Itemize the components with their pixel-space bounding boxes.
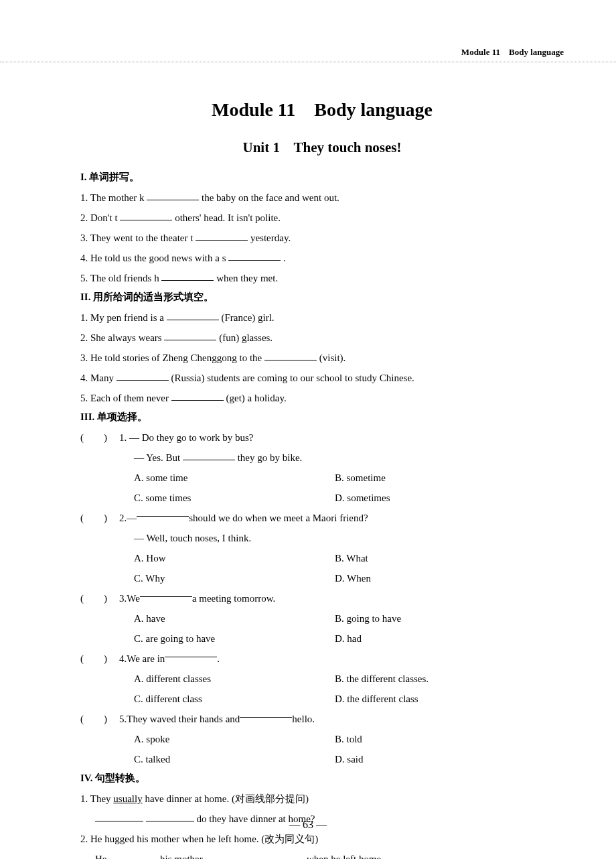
text-line: He hugged his mother when he left home. … bbox=[90, 834, 318, 844]
item-number: 1. bbox=[119, 427, 127, 448]
section-1-head: I. 单词拼写。 bbox=[80, 171, 564, 184]
answer-paren[interactable]: ( ) bbox=[80, 649, 119, 669]
option-b[interactable]: B. sometime bbox=[335, 468, 536, 488]
fill-blank[interactable] bbox=[165, 648, 217, 657]
fill-blank[interactable] bbox=[109, 852, 157, 859]
stem-post: they go by bike. bbox=[238, 452, 303, 463]
item-number: 2. bbox=[80, 332, 88, 343]
option-d[interactable]: D. When bbox=[335, 568, 536, 588]
fill-blank[interactable] bbox=[147, 191, 199, 200]
fill-blank[interactable] bbox=[183, 451, 235, 460]
fill-blank[interactable] bbox=[167, 311, 219, 320]
text-post: (Russia) students are coming to our scho… bbox=[171, 373, 414, 383]
fill-blank[interactable] bbox=[228, 251, 281, 261]
stem-line: — Well, touch noses, I think. bbox=[134, 533, 251, 543]
option-c[interactable]: C. some times bbox=[134, 488, 335, 508]
q2-3: 3. He told stories of Zheng Chenggong to… bbox=[80, 348, 564, 368]
stem-pre: We bbox=[127, 588, 140, 608]
text-post: . bbox=[283, 253, 286, 263]
item-number: 2. bbox=[119, 508, 127, 528]
fill-blank[interactable] bbox=[117, 371, 169, 381]
text-pre: She always wears bbox=[90, 332, 164, 343]
q1-2: 2. Don't t others' head. It isn't polite… bbox=[80, 208, 564, 228]
text-b: his mother bbox=[160, 854, 206, 859]
item-number: 3. bbox=[80, 233, 88, 243]
answer-paren[interactable]: ( ) bbox=[80, 508, 119, 528]
mc-5-opts-cd: C. talked D. said bbox=[80, 749, 564, 769]
q1-1: 1. The mother k the baby on the face and… bbox=[80, 188, 564, 208]
item-number: 1. bbox=[80, 192, 88, 203]
item-number: 1. bbox=[80, 312, 88, 323]
answer-paren[interactable]: ( ) bbox=[80, 709, 119, 729]
text-post: (visit). bbox=[319, 352, 346, 363]
fill-blank[interactable] bbox=[256, 852, 304, 859]
answer-paren[interactable]: ( ) bbox=[80, 427, 119, 448]
text-d: when he left home. bbox=[307, 854, 384, 859]
q1-3: 3. They went to the theater t yesterday. bbox=[80, 228, 564, 248]
stem-pre: They waved their hands and bbox=[127, 709, 240, 729]
item-number: 4. bbox=[80, 373, 88, 383]
option-c[interactable]: C. Why bbox=[134, 568, 335, 588]
mc-4-opts-ab: A. different classes B. the different cl… bbox=[80, 669, 564, 689]
page-number: — 63 — bbox=[0, 819, 616, 831]
mc-4: ( ) 4. We are in . bbox=[80, 649, 564, 669]
option-c[interactable]: C. different class bbox=[134, 689, 335, 709]
fill-blank[interactable] bbox=[171, 391, 224, 401]
option-a[interactable]: A. How bbox=[134, 548, 335, 568]
stem-pre: — Yes. But bbox=[134, 452, 183, 463]
text-pre: They went to the theater t bbox=[90, 233, 194, 243]
option-a[interactable]: A. different classes bbox=[134, 669, 335, 689]
mc-2-opts-cd: C. Why D. When bbox=[80, 568, 564, 588]
text-post: the baby on the face and went out. bbox=[202, 192, 339, 203]
mc-5-opts-ab: A. spoke B. told bbox=[80, 729, 564, 749]
mc-3: ( ) 3. We a meeting tomorrow. bbox=[80, 588, 564, 608]
item-number: 1. bbox=[80, 793, 88, 804]
text-pre: They bbox=[90, 793, 114, 804]
option-d[interactable]: D. said bbox=[335, 749, 536, 769]
fill-blank[interactable] bbox=[120, 211, 172, 220]
fill-blank[interactable] bbox=[137, 507, 189, 517]
mc-1-opts-cd: C. some times D. sometimes bbox=[80, 488, 564, 508]
item-number: 5. bbox=[80, 393, 88, 403]
section-2-head: II. 用所给词的适当形式填空。 bbox=[80, 291, 564, 304]
option-d[interactable]: D. sometimes bbox=[335, 488, 536, 508]
text-post: when they met. bbox=[216, 273, 278, 283]
answer-paren[interactable]: ( ) bbox=[80, 588, 119, 608]
fill-blank[interactable] bbox=[264, 351, 317, 360]
option-d[interactable]: D. had bbox=[335, 629, 536, 649]
stem-pre: — bbox=[127, 508, 137, 528]
text-pre: Don't t bbox=[90, 212, 118, 223]
option-c[interactable]: C. talked bbox=[134, 749, 335, 769]
mc-1-opts-ab: A. some time B. sometime bbox=[80, 468, 564, 488]
option-b[interactable]: B. the different classes. bbox=[335, 669, 536, 689]
fill-blank[interactable] bbox=[206, 852, 254, 859]
fill-blank[interactable] bbox=[240, 708, 292, 718]
item-number: 3. bbox=[119, 588, 127, 608]
option-c[interactable]: C. are going to have bbox=[134, 629, 335, 649]
text-a: He bbox=[95, 854, 109, 859]
header-divider bbox=[0, 62, 616, 62]
stem-pre: We are in bbox=[127, 649, 165, 669]
item-number: 2. bbox=[80, 212, 88, 223]
item-number: 4. bbox=[119, 649, 127, 669]
mc-3-opts-ab: A. have B. going to have bbox=[80, 608, 564, 629]
fill-blank[interactable] bbox=[196, 231, 248, 241]
option-a[interactable]: A. spoke bbox=[134, 729, 335, 749]
mc-3-opts-cd: C. are going to have D. had bbox=[80, 629, 564, 649]
option-b[interactable]: B. What bbox=[335, 548, 536, 568]
option-a[interactable]: A. have bbox=[134, 608, 335, 629]
text-post: others' head. It isn't polite. bbox=[175, 212, 281, 223]
module-title: Module 11 Body language bbox=[80, 99, 564, 121]
stem-post: hello. bbox=[292, 709, 315, 729]
option-a[interactable]: A. some time bbox=[134, 468, 335, 488]
fill-blank[interactable] bbox=[164, 331, 216, 340]
text-pre: He told stories of Zheng Chenggong to th… bbox=[90, 352, 264, 363]
option-b[interactable]: B. told bbox=[335, 729, 536, 749]
fill-blank[interactable] bbox=[161, 271, 214, 281]
option-b[interactable]: B. going to have bbox=[335, 608, 536, 629]
text-post: yesterday. bbox=[250, 233, 291, 243]
fill-blank[interactable] bbox=[140, 588, 192, 597]
option-d[interactable]: D. the different class bbox=[335, 689, 536, 709]
mc-4-opts-cd: C. different class D. the different clas… bbox=[80, 689, 564, 709]
text-post: (fun) glasses. bbox=[219, 332, 273, 343]
